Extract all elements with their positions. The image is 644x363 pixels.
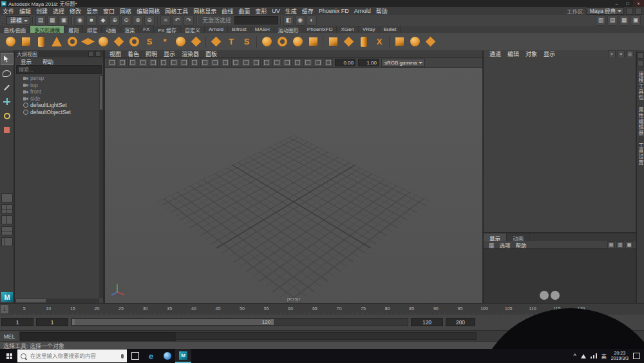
combine-icon[interactable] xyxy=(259,34,274,50)
microphone-icon[interactable] xyxy=(121,354,124,358)
viewport-menu-item[interactable]: 面板 xyxy=(202,50,220,58)
undo-icon[interactable]: ↶ xyxy=(172,15,182,26)
shaded-mode-icon[interactable] xyxy=(231,58,240,67)
poly-plane-icon[interactable] xyxy=(80,34,95,50)
shelf-tab[interactable]: Bifrost xyxy=(228,26,251,33)
extrude-icon[interactable] xyxy=(325,34,341,50)
sweep-mesh-icon[interactable] xyxy=(208,34,223,50)
shelf-tab[interactable]: Arnold xyxy=(205,26,228,33)
gate-mask-icon[interactable] xyxy=(180,58,189,67)
panel-close-icon[interactable] xyxy=(95,51,101,57)
menu-item[interactable]: 编辑网格 xyxy=(134,7,162,15)
rotate-tool[interactable] xyxy=(1,110,14,122)
image-plane-icon[interactable] xyxy=(149,58,158,67)
volume-icon[interactable] xyxy=(591,353,597,358)
select-by-hierarchy-icon[interactable]: ◉ xyxy=(75,15,85,26)
platonic-solid-icon[interactable] xyxy=(111,34,126,50)
render-icon[interactable]: ◧ xyxy=(283,15,294,26)
isolate-select-icon[interactable] xyxy=(314,58,323,67)
notification-center-icon[interactable] xyxy=(633,353,640,359)
poly-torus-icon[interactable] xyxy=(64,34,80,50)
ao-icon[interactable] xyxy=(272,58,281,67)
menu-item[interactable]: Phoenix FD xyxy=(316,8,352,14)
resolution-gate-icon[interactable] xyxy=(169,58,178,67)
minimize-button[interactable]: – xyxy=(611,0,622,7)
snap-to-point-icon[interactable]: ⊗ xyxy=(133,15,143,26)
viewport-menu-item[interactable]: 照明 xyxy=(142,50,160,58)
select-by-component-icon[interactable]: ◆ xyxy=(98,15,108,26)
move-tool[interactable] xyxy=(1,95,14,108)
shelf-tab[interactable]: XGen xyxy=(337,26,358,33)
field-chart-icon[interactable] xyxy=(190,58,199,67)
poly-cube-icon[interactable] xyxy=(18,34,33,50)
outliner-item-front[interactable]: front xyxy=(15,88,103,95)
separate-icon[interactable] xyxy=(274,34,290,50)
select-camera-icon[interactable] xyxy=(108,58,117,67)
motion-blur-icon[interactable] xyxy=(283,58,292,67)
shadows-icon[interactable] xyxy=(262,58,271,67)
poly-cylinder-icon[interactable] xyxy=(33,34,49,50)
taskbar-search-input[interactable] xyxy=(29,352,118,360)
outliner-horizontal-scrollbar[interactable] xyxy=(15,299,99,303)
select-by-object-icon[interactable]: ■ xyxy=(86,15,97,26)
shelf-tab[interactable]: Bullet xyxy=(379,26,401,33)
shelf-tab[interactable]: 运动图形 xyxy=(274,26,303,33)
backface-culling-icon[interactable] xyxy=(303,58,312,67)
menu-item[interactable]: 创建 xyxy=(33,7,50,15)
playback-start-field[interactable]: 1 xyxy=(36,318,68,326)
shelf-tab[interactable]: MASH xyxy=(251,26,274,33)
outliner-item-persp[interactable]: persp xyxy=(15,75,103,82)
animation-end-field[interactable]: 200 xyxy=(446,318,475,326)
xray-icon[interactable] xyxy=(293,58,302,67)
panel-menu-icon[interactable] xyxy=(88,51,94,57)
edge-browser-button[interactable]: e xyxy=(143,349,159,363)
task-view-button[interactable] xyxy=(127,349,143,363)
save-scene-icon[interactable]: ▣ xyxy=(59,15,69,26)
network-icon[interactable] xyxy=(581,354,586,358)
shelf-tab[interactable]: FX xyxy=(139,26,154,33)
new-empty-layer-icon[interactable]: ▥ xyxy=(616,241,624,249)
viewport-menu-item[interactable]: 着色 xyxy=(124,50,142,58)
poly-disc-icon[interactable] xyxy=(95,34,111,50)
shelf-tab[interactable]: PhoenixFD xyxy=(303,26,337,33)
select-tool[interactable] xyxy=(1,53,14,65)
start-button[interactable] xyxy=(0,349,17,363)
outliner-item-defaultLightSet[interactable]: defaultLightSet xyxy=(15,102,103,109)
ipr-render-icon[interactable]: ◉ xyxy=(295,15,305,26)
menu-item[interactable]: 网格工具 xyxy=(162,7,191,15)
scrollbar-thumb[interactable] xyxy=(100,76,102,110)
layer-menu-item[interactable]: 帮助 xyxy=(513,241,529,249)
new-scene-icon[interactable]: ▤ xyxy=(35,15,46,26)
menu-item[interactable]: 曲线 xyxy=(219,7,236,15)
panel-options-icon[interactable] xyxy=(638,60,644,66)
safe-action-icon[interactable] xyxy=(200,58,209,67)
poly-sphere-icon[interactable] xyxy=(3,34,18,50)
list-icon[interactable]: ≡ xyxy=(617,50,625,58)
menu-item[interactable]: 网格 xyxy=(117,7,134,15)
super-shapes-icon[interactable] xyxy=(188,34,204,50)
outliner-vertical-scrollbar[interactable] xyxy=(99,75,103,298)
bookmarks-icon[interactable] xyxy=(138,58,147,67)
bevel-icon[interactable] xyxy=(341,34,356,50)
menu-item[interactable]: 帮助 xyxy=(374,7,390,15)
sidebar-vertical-tab[interactable]: 属性编辑器 xyxy=(637,107,644,136)
open-scene-icon[interactable]: ▦ xyxy=(47,15,57,26)
menu-item[interactable]: 缓存 xyxy=(299,7,316,15)
menu-set-dropdown[interactable]: 建模 xyxy=(6,16,30,25)
boolean-union-icon[interactable] xyxy=(305,34,321,50)
shelf-tab[interactable]: VRay xyxy=(359,26,380,33)
poly-pipe-icon[interactable] xyxy=(126,34,142,50)
toggle-layer-visibility-icon[interactable]: ▤ xyxy=(607,241,615,249)
menu-item[interactable]: 生成 xyxy=(283,7,299,15)
animation-start-field[interactable]: 1 xyxy=(1,318,33,326)
redo-icon[interactable]: ↷ xyxy=(184,15,194,26)
outliner-item-top[interactable]: top xyxy=(15,82,103,89)
outliner-item-defaultObjectSet[interactable]: defaultObjectSet xyxy=(15,109,103,116)
shelf-tab[interactable]: 渲染 xyxy=(120,26,139,33)
mel-toggle-button[interactable]: MEL xyxy=(0,331,19,342)
pane-layout-four-icon[interactable] xyxy=(1,204,13,213)
playback-end-field[interactable]: 120 xyxy=(411,318,443,326)
bridge-icon[interactable] xyxy=(356,34,372,50)
shelf-tab[interactable]: 动画 xyxy=(102,26,120,33)
maya-taskbar-button[interactable]: M xyxy=(175,349,191,363)
